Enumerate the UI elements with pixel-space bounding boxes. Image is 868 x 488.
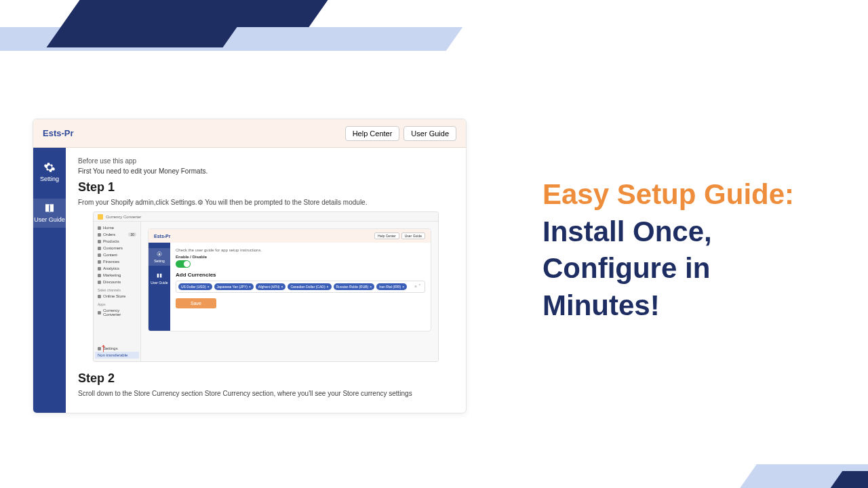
book-icon [43,203,56,215]
hint-text: Check the user guide for app setup instr… [176,248,425,252]
currency-chips-input[interactable]: US Dollar (USD)× Japanese Yen (JPY)× Afg… [176,281,425,293]
app-sidebar: Setting User Guide [33,148,66,413]
step2-title: Step 2 [78,371,454,386]
chevron-icon[interactable]: × ˅ [414,284,422,289]
step1-title: Step 1 [78,180,454,195]
step2-desc: Scroll down to the Store Currency sectio… [78,390,454,397]
inner-topbar: Currency Converter [94,212,438,222]
inner-app-card: Ests-Pr Help Center User Guide [148,228,431,331]
nav-analytics[interactable]: Analytics [95,265,139,272]
help-center-button[interactable]: Help Center [345,126,400,141]
app-brand: Ests-Pr [43,128,74,138]
inner-app-content: Check the user guide for app setup instr… [170,243,431,331]
inner-app-sidebar: Setting User Guide [149,243,170,331]
mini-guide-button[interactable]: User Guide [401,232,425,239]
currency-chip: Canadian Dollar (CAD)× [288,283,331,290]
save-button[interactable]: Save [176,298,216,308]
currency-chip: Russian Ruble (RUB)× [334,283,375,290]
sales-channels-label: Sales channels [95,285,139,293]
mini-sidebar-user-guide[interactable]: User Guide [151,272,167,285]
inner-top-title: Currency Converter [106,215,141,219]
currency-chip: Japanese Yen (JPY)× [214,283,254,290]
notice-text: Before use this app [78,157,454,165]
apps-label: Apps [95,300,139,307]
nav-marketing[interactable]: Marketing [95,272,139,279]
svg-point-0 [159,253,161,256]
user-guide-button[interactable]: User Guide [403,126,456,141]
currency-chip: US Dollar (USD)× [178,283,212,290]
inner-screenshot: Currency Converter Home Orders30 Product… [93,211,439,362]
app-icon [98,214,103,220]
nav-discounts[interactable]: Discounts [95,279,139,285]
shopify-sidebar: Home Orders30 Products Customers Content… [94,222,141,361]
gear-icon [156,251,163,258]
nav-home[interactable]: Home [95,224,139,231]
decor-bottom [732,454,868,488]
lead-text: First You need to edit your Money Format… [78,167,454,175]
decor-top [0,0,868,71]
sidebar-label-user-guide: User Guide [34,217,65,224]
sidebar-label-setting: Setting [40,176,59,182]
enable-label: Enable / Disable [176,255,425,259]
sidebar-item-setting[interactable]: Setting [33,157,66,186]
add-currencies-title: Add Currencies [176,272,425,278]
mini-help-button[interactable]: Help Center [374,232,399,239]
currency-chip: Iran Rial (IRR)× [376,283,407,290]
app-screenshot: Ests-Pr Help Center User Guide Setting U… [33,119,467,413]
title-rest: Install Once, Configure in Minutes! [542,216,712,321]
nav-online-store[interactable]: Online Store [95,293,139,300]
step1-desc: From your Shopify admin,click Settings.⚙… [78,199,454,206]
gear-icon [43,161,56,174]
inner-main: Ests-Pr Help Center User Guide [141,222,438,361]
nav-products[interactable]: Products [95,238,139,245]
nav-finances[interactable]: Finances [95,258,139,265]
sidebar-item-user-guide[interactable]: User Guide [33,199,66,228]
nav-content[interactable]: Content [95,251,139,258]
app-content: Before use this app First You need to ed… [66,148,466,413]
nav-orders[interactable]: Orders30 [95,231,139,238]
app-header: Ests-Pr Help Center User Guide [33,119,466,148]
currency-chip: Afghani (AFN)× [256,283,286,290]
book-icon [156,272,163,279]
nav-customers[interactable]: Customers [95,245,139,251]
arrow-up-icon: ↑ [100,344,106,352]
enable-toggle[interactable] [176,260,191,268]
nav-currency-converter[interactable]: Currency Converter [95,307,139,318]
mini-sidebar-setting[interactable]: Setting [149,248,170,266]
inner-brand: Ests-Pr [154,234,171,239]
marketing-title: Easy Setup Guide: Install Once, Configur… [542,176,814,324]
title-orange: Easy Setup Guide: [542,178,794,210]
